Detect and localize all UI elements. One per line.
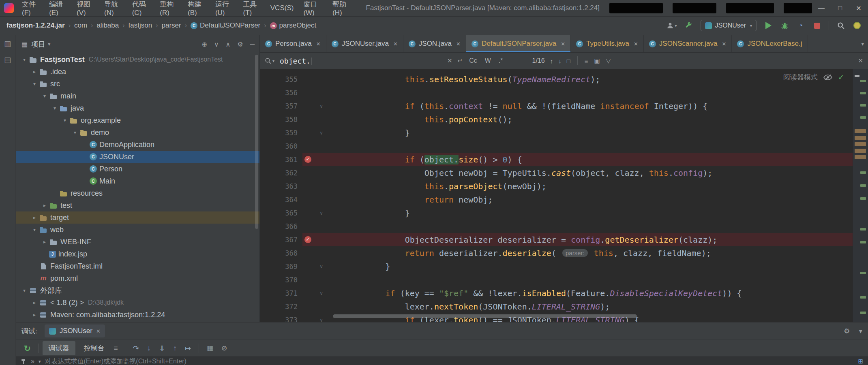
view-breakpoints-icon[interactable]: ▦ xyxy=(207,344,213,352)
tree-item[interactable]: ▾src xyxy=(16,78,259,90)
match-case-toggle[interactable]: Cc xyxy=(468,56,478,65)
line-number[interactable]: 367 xyxy=(260,236,302,244)
collapse-all-icon[interactable]: ∧ xyxy=(226,41,231,48)
tree-chevron-icon[interactable]: ▾ xyxy=(20,57,29,62)
highlighting-off-eye-icon[interactable] xyxy=(823,74,832,81)
newline-icon[interactable]: ↵ xyxy=(458,57,463,64)
code-line[interactable]: 372 lexer.nextToken(JSONToken.LITERAL_ST… xyxy=(260,300,853,313)
menu-item[interactable]: 视图(V) xyxy=(72,0,99,16)
tree-item[interactable]: resources xyxy=(16,187,259,199)
menu-item[interactable]: VCS(S) xyxy=(266,0,299,16)
code-line[interactable]: 366 xyxy=(260,220,853,233)
horizontal-scrollbar[interactable] xyxy=(333,314,637,318)
code-line[interactable]: 371∨ if (key == "$ref" && !lexer.isEnabl… xyxy=(260,286,853,300)
search-everywhere-icon[interactable] xyxy=(836,20,845,31)
update-notification-dot[interactable] xyxy=(853,20,862,31)
stripe-mark[interactable] xyxy=(855,75,859,77)
stop-button[interactable] xyxy=(812,20,821,31)
search-input[interactable]: object. xyxy=(280,57,442,65)
tab-close-icon[interactable]: ✕ xyxy=(316,41,321,47)
build-wrench-icon[interactable] xyxy=(684,20,693,31)
debug-button[interactable] xyxy=(780,20,789,31)
tree-item[interactable]: ▾web xyxy=(16,224,259,236)
tree-chevron-icon[interactable]: ▸ xyxy=(30,300,39,305)
stripe-mark[interactable] xyxy=(855,155,866,159)
breakpoint-icon[interactable]: ✓ xyxy=(304,236,311,243)
breakpoint-icon[interactable]: ✓ xyxy=(304,156,311,163)
app-logo-icon[interactable] xyxy=(4,3,14,13)
tree-chevron-icon[interactable]: ▸ xyxy=(40,239,49,245)
tree-item[interactable]: ▾demo xyxy=(16,126,259,139)
stripe-mark[interactable] xyxy=(855,136,866,140)
error-stripe[interactable] xyxy=(853,69,868,322)
code-line[interactable]: 355 this.setResolveStatus(TypeNameRedire… xyxy=(260,73,853,86)
user-icon[interactable]: ▾ xyxy=(667,20,677,31)
fold-marker-icon[interactable]: ∨ xyxy=(319,103,323,109)
code-line[interactable]: 369∨ } xyxy=(260,260,853,273)
minimize-button[interactable]: — xyxy=(812,0,831,16)
editor-tab[interactable]: CJSONScanner.java✕ xyxy=(644,35,732,52)
step-into-icon[interactable]: ↓ xyxy=(147,344,151,352)
inspections-ok-icon[interactable]: ✓ xyxy=(838,73,844,82)
menu-item[interactable]: 编辑(E) xyxy=(44,0,72,16)
stripe-mark[interactable] xyxy=(860,272,866,274)
breadcrumb-item[interactable]: parser xyxy=(161,21,181,30)
tab-close-icon[interactable]: ✕ xyxy=(561,41,565,47)
code-line[interactable]: 357∨ if (this.context != null && !(field… xyxy=(260,99,853,113)
tree-item[interactable]: ▸test xyxy=(16,199,259,211)
code-line[interactable]: 368 return deserializer.deserialze( pars… xyxy=(260,246,853,260)
menu-item[interactable]: 导航(N) xyxy=(99,0,127,16)
maximize-button[interactable]: □ xyxy=(831,0,849,16)
open-results-icon[interactable]: ≡ xyxy=(585,58,588,64)
tree-chevron-icon[interactable]: ▾ xyxy=(71,130,79,135)
tree-chevron-icon[interactable]: ▾ xyxy=(30,227,39,233)
hidden-tabs-dropdown-icon[interactable]: ▾ xyxy=(861,35,864,53)
stripe-mark[interactable] xyxy=(860,104,866,107)
tree-item[interactable]: CMain xyxy=(16,175,259,187)
editor-tab[interactable]: CJSONLexerBase.j xyxy=(732,35,808,52)
menu-item[interactable]: 运行(U) xyxy=(210,0,238,16)
breadcrumb-item[interactable]: alibaba xyxy=(96,21,119,30)
menu-item[interactable]: 工具(T) xyxy=(238,0,266,16)
mute-breakpoints-icon[interactable]: ⊘ xyxy=(221,344,227,352)
tab-close-icon[interactable]: ✕ xyxy=(393,41,398,47)
breadcrumb-item[interactable]: CDefaultJSONParser xyxy=(191,21,260,30)
step-over-icon[interactable]: ↷ xyxy=(133,344,139,353)
close-find-bar-icon[interactable]: ✕ xyxy=(858,57,863,64)
menu-item[interactable]: 代码(C) xyxy=(127,0,155,16)
tree-chevron-icon[interactable]: ▸ xyxy=(30,215,39,220)
code-line[interactable]: 365∨ } xyxy=(260,206,853,220)
stripe-mark[interactable] xyxy=(855,149,866,153)
corner-grid-icon[interactable]: ⊞ xyxy=(858,358,863,365)
close-session-icon[interactable]: ✕ xyxy=(96,328,101,334)
tab-close-icon[interactable]: ✕ xyxy=(634,41,638,47)
hide-panel-icon[interactable]: ─ xyxy=(250,41,255,48)
code-line[interactable]: 364 return newObj; xyxy=(260,193,853,206)
stripe-mark[interactable] xyxy=(860,92,866,94)
line-number[interactable]: 359 xyxy=(260,129,302,137)
stripe-mark[interactable] xyxy=(860,241,866,243)
line-number[interactable]: 368 xyxy=(260,249,302,257)
tab-close-icon[interactable]: ✕ xyxy=(456,41,461,47)
breadcrumb-item[interactable]: mparseObject xyxy=(270,21,317,30)
line-number[interactable]: 360 xyxy=(260,142,302,150)
tree-chevron-icon[interactable]: ▾ xyxy=(20,288,29,293)
debug-settings-icon[interactable]: ⚙ xyxy=(844,327,850,335)
code-line[interactable]: 367✓ ObjectDeserializer deserializer = c… xyxy=(260,233,853,246)
menu-item[interactable]: 构建(B) xyxy=(183,0,210,16)
evaluate-hammer-icon[interactable] xyxy=(21,359,27,365)
line-number[interactable]: 363 xyxy=(260,182,302,190)
tree-item[interactable]: ▾java xyxy=(16,102,259,114)
tree-item[interactable]: ▾FastjsonTestC:\Users\Star\Desktop\java_… xyxy=(16,53,259,66)
fold-marker-icon[interactable]: ∨ xyxy=(319,317,323,322)
search-icon[interactable]: ▾ xyxy=(265,58,274,64)
code-line[interactable]: 360 xyxy=(260,139,853,153)
tree-item[interactable]: ▸.idea xyxy=(16,66,259,78)
close-button[interactable]: ✕ xyxy=(849,0,868,16)
expand-hint-icon[interactable]: » xyxy=(31,358,34,365)
stripe-mark[interactable] xyxy=(860,296,866,299)
line-number[interactable]: 370 xyxy=(260,276,302,284)
tree-item[interactable]: CJSONUser xyxy=(16,151,259,163)
project-scrollbar[interactable] xyxy=(255,55,258,229)
clear-search-icon[interactable]: ✕ xyxy=(447,57,452,64)
